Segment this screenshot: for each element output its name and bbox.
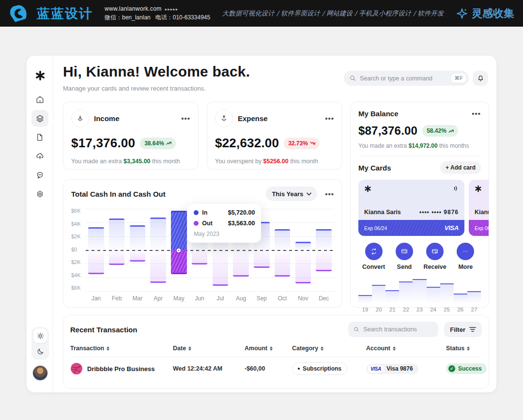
x-tick-label: May	[169, 295, 189, 302]
mini-chart-step	[427, 287, 440, 303]
light-mode-button[interactable]	[33, 328, 47, 343]
sidebar-item-messages[interactable]	[31, 167, 48, 184]
cards-strip: Kianna Saris •••• •••• 9876 Exp 06/24 VI…	[358, 180, 489, 236]
mini-chart-label: 25	[440, 307, 454, 312]
sidebar-item-home[interactable]	[31, 91, 48, 108]
bar-group-mar[interactable]	[127, 209, 148, 291]
x-tick-label: Dec	[313, 295, 334, 302]
sidebar-item-settings[interactable]	[31, 186, 48, 202]
moon-icon	[36, 347, 45, 356]
filter-button[interactable]: Filter	[444, 322, 482, 337]
balance-menu-button[interactable]: •••	[472, 109, 481, 118]
expense-card: Expense ••• $22,632.00 32.73% You oversp…	[207, 102, 342, 170]
bar-group-dec[interactable]	[313, 209, 334, 291]
credit-card-primary[interactable]: Kianna Saris •••• •••• 9876 Exp 06/24 VI…	[358, 180, 464, 236]
cloud-upload-icon	[35, 152, 45, 161]
col-transaction[interactable]: Transaction	[70, 345, 173, 352]
search-icon	[353, 326, 360, 333]
col-account[interactable]: Account	[366, 345, 446, 352]
app-logo-icon[interactable]	[35, 70, 46, 81]
mini-chart-label: 22	[399, 307, 413, 312]
page-subtitle: Manage your cards and review recent tran…	[63, 85, 206, 92]
bar-out	[316, 250, 331, 271]
promo-banner: 蓝蓝设计 www.lanlanwork.com ▸▸▸▸▸ 微信：ben_lan…	[0, 0, 523, 27]
x-tick-label: Aug	[231, 295, 251, 302]
mini-chart-step	[372, 285, 385, 303]
check-icon: ✓	[448, 365, 455, 372]
sidebar-item-dashboard[interactable]	[31, 110, 48, 127]
mini-chart-label: 19	[358, 307, 372, 312]
sidebar-item-documents[interactable]	[31, 129, 48, 146]
sidebar-item-cloud[interactable]	[31, 148, 48, 165]
convert-button[interactable]: Convert	[358, 243, 389, 270]
receive-button[interactable]: Receive	[420, 243, 450, 270]
bar-group-nov[interactable]	[293, 209, 314, 291]
col-category[interactable]: Category	[292, 345, 366, 352]
income-icon	[71, 109, 89, 127]
table-row[interactable]: Dribbble Pro Business Wed 12:24:42 AM -$…	[70, 357, 482, 380]
layers-icon	[35, 114, 45, 123]
search-placeholder: Search or type a command	[360, 75, 448, 82]
inspiration-collect[interactable]: 灵感收集	[456, 6, 514, 21]
period-selector[interactable]: This Years	[266, 187, 317, 201]
my-cards-title: My Cards	[358, 164, 391, 172]
bar-group-feb[interactable]	[107, 209, 127, 291]
table-header-row: Transaction Date Amount Category Account…	[70, 345, 482, 357]
expense-menu-button[interactable]: •••	[325, 114, 334, 123]
balance-mini-chart	[358, 278, 481, 303]
income-menu-button[interactable]: •••	[181, 114, 190, 123]
more-button[interactable]: More	[450, 243, 481, 270]
mini-chart-label: 20	[372, 307, 385, 312]
website-link[interactable]: www.lanlanwork.com	[105, 5, 161, 12]
bar-group-jan[interactable]	[86, 209, 107, 291]
bar-out	[254, 250, 269, 268]
col-status[interactable]: Status	[446, 345, 482, 352]
sidebar	[27, 56, 53, 392]
add-card-button[interactable]: + Add card	[440, 161, 481, 174]
transactions-search-input[interactable]: Search transactions	[348, 322, 438, 337]
card-number: •••• •••• 9876	[419, 209, 459, 216]
y-tick-label: $2K	[71, 234, 86, 239]
cashflow-chart-card: Total Cash In and Cash Out This Years ••…	[63, 179, 342, 308]
col-amount[interactable]: Amount	[245, 345, 292, 352]
contactless-icon	[452, 185, 459, 192]
bar-out	[295, 250, 311, 283]
income-value: $17,376.00	[71, 136, 135, 151]
send-button[interactable]: Send	[389, 243, 419, 270]
page-title: Hi, Kianna! Welcome back.	[63, 63, 250, 80]
visa-logo: VISA	[445, 224, 459, 232]
gear-icon	[35, 189, 45, 199]
mini-chart-label: 24	[427, 307, 440, 312]
phone-label: 电话：010-63334945	[155, 14, 210, 21]
mini-chart-label: 21	[385, 307, 399, 312]
bar-in	[275, 229, 290, 250]
dribbble-icon	[70, 362, 83, 375]
dark-mode-button[interactable]	[33, 344, 47, 358]
screen: 蓝蓝设计 www.lanlanwork.com ▸▸▸▸▸ 微信：ben_lan…	[0, 0, 523, 420]
balance-note: You made an extra $14,972.00 this months	[358, 142, 481, 149]
chart-menu-button[interactable]: •••	[325, 190, 334, 198]
grid-line	[86, 291, 334, 292]
mini-chart-step	[385, 290, 399, 303]
expense-badge: 32.73%	[284, 138, 320, 149]
notifications-button[interactable]	[473, 71, 488, 86]
convert-icon	[370, 248, 378, 255]
sparkle-star-icon	[456, 7, 468, 20]
search-input[interactable]: Search or type a command ⌘F	[344, 71, 469, 86]
x-tick-label: Jun	[189, 295, 210, 302]
trend-up-icon	[166, 141, 171, 145]
bar-in	[150, 218, 166, 250]
bar-group-apr[interactable]	[148, 209, 169, 291]
x-tick-label: Mar	[127, 295, 148, 302]
col-date[interactable]: Date	[173, 345, 245, 352]
expense-value: $22,632.00	[215, 136, 279, 151]
user-avatar[interactable]	[32, 365, 48, 381]
chat-icon	[35, 171, 45, 180]
trend-up-icon	[448, 129, 454, 133]
mini-chart-step	[399, 281, 413, 303]
category-dot	[298, 368, 300, 370]
bar-group-oct[interactable]	[272, 209, 293, 291]
chart-title: Total Cash In and Cash Out	[71, 190, 166, 198]
y-tick-label: $0	[71, 247, 86, 252]
credit-card-secondary[interactable]: Kianna Exp 06/2	[469, 180, 489, 236]
